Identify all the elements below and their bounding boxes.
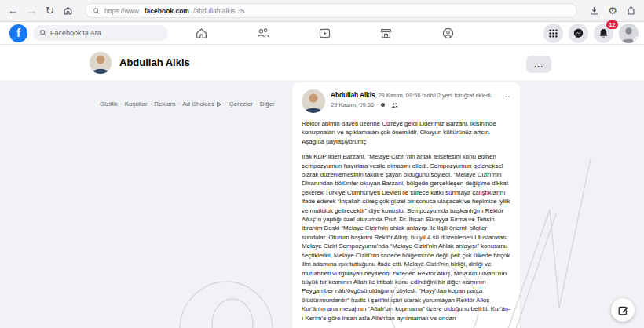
browser-home-icon[interactable] bbox=[63, 5, 73, 16]
post-author-avatar[interactable] bbox=[302, 89, 325, 113]
post-header: Abdullah Alkis, 29 Kasım, 09:56 tarihli … bbox=[302, 89, 510, 113]
separator-dot: · bbox=[376, 101, 379, 108]
url-path: /abdullah.alkis.35 bbox=[193, 7, 245, 15]
footer-link-gizlilik[interactable]: Gizlilik bbox=[100, 100, 118, 108]
post-headline-suffix: , 29 Kasım, 09:56 tarihli 2 yeni fotoğra… bbox=[375, 92, 492, 99]
separator-dot: · bbox=[177, 100, 180, 108]
compose-icon bbox=[617, 304, 629, 316]
post-timestamp[interactable]: 29 Kasım, 09:56 bbox=[331, 101, 374, 108]
messenger-icon bbox=[573, 27, 584, 39]
compose-button[interactable] bbox=[611, 298, 635, 322]
back-icon[interactable]: ← bbox=[8, 5, 18, 16]
groups-nav-icon[interactable] bbox=[434, 27, 462, 40]
reload-icon[interactable]: ↻ bbox=[46, 5, 54, 16]
profile-avatar[interactable] bbox=[90, 52, 112, 74]
profile-header: Abdullah Alkis ... bbox=[0, 45, 644, 80]
post-paragraph: Irak KDP lideri Barzani, “Melaye Ciziri”… bbox=[302, 152, 510, 323]
friends-nav-icon[interactable] bbox=[249, 27, 277, 40]
share-icon[interactable] bbox=[626, 5, 636, 16]
notifications-button[interactable]: 12 bbox=[594, 24, 613, 43]
footer-link-diğer[interactable]: Diğer bbox=[260, 100, 275, 108]
separator-dot: · bbox=[150, 100, 152, 108]
forward-icon[interactable]: → bbox=[27, 5, 37, 16]
address-bar[interactable]: https://www.facebook.com/abdullah.alkis.… bbox=[85, 3, 577, 18]
grid-icon bbox=[548, 28, 558, 38]
marketplace-nav-icon[interactable] bbox=[372, 27, 401, 40]
account-menu-button[interactable]: ▼ bbox=[619, 24, 639, 43]
post-meta: Abdullah Alkis, 29 Kasım, 09:56 tarihli … bbox=[331, 89, 492, 113]
footer-link-koşullar[interactable]: Koşullar bbox=[125, 100, 148, 108]
post-more-button[interactable]: ... bbox=[502, 92, 510, 98]
footer-link-reklam[interactable]: Reklam bbox=[154, 100, 175, 108]
search-icon bbox=[39, 29, 47, 37]
facebook-header: f Facebook'ta Ara 12 bbox=[0, 22, 644, 45]
facebook-nav bbox=[187, 22, 462, 45]
url-scheme: https://www. bbox=[104, 7, 141, 15]
post-text: Rektör abimin daveti üzerine Cizreye gel… bbox=[302, 119, 510, 323]
search-icon bbox=[93, 7, 101, 15]
facebook-logo[interactable]: f bbox=[9, 24, 27, 42]
footer-link-ad-choices[interactable]: Ad Choices bbox=[182, 100, 222, 108]
adchoices-icon bbox=[216, 101, 222, 108]
notification-badge: 12 bbox=[606, 20, 618, 29]
separator-dot: · bbox=[387, 101, 390, 108]
post-card: Abdullah Alkis, 29 Kasım, 09:56 tarihli … bbox=[292, 82, 520, 328]
messenger-button[interactable] bbox=[569, 24, 588, 43]
post-author-name[interactable]: Abdullah Alkis bbox=[331, 91, 375, 99]
profile-more-button[interactable]: ... bbox=[526, 56, 551, 73]
home-nav-icon[interactable] bbox=[187, 27, 215, 40]
clock-icon bbox=[381, 103, 385, 107]
facebook-search-input[interactable]: Facebook'ta Ara bbox=[33, 25, 168, 41]
settings-icon[interactable]: ⚙ bbox=[608, 5, 617, 16]
download-icon[interactable] bbox=[589, 5, 599, 16]
browser-toolbar: ← → ↻ https://www.facebook.com/abdullah.… bbox=[0, 0, 644, 22]
watch-nav-icon[interactable] bbox=[310, 27, 338, 40]
post-headline: Abdullah Alkis, 29 Kasım, 09:56 tarihli … bbox=[331, 91, 492, 99]
header-actions: 12 ▼ bbox=[543, 24, 639, 43]
search-placeholder: Facebook'ta Ara bbox=[50, 29, 101, 37]
url-domain: facebook.com bbox=[145, 7, 189, 15]
footer-link-çerezler[interactable]: Çerezler bbox=[229, 100, 253, 108]
apps-menu-button[interactable] bbox=[543, 24, 563, 43]
separator-dot: · bbox=[120, 100, 123, 108]
profile-name: Abdullah Alkis bbox=[119, 56, 190, 68]
post-subline: 29 Kasım, 09:56 · · bbox=[331, 101, 492, 108]
post-paragraph: Rektör abimin daveti üzerine Cizreye gel… bbox=[302, 119, 510, 146]
bell-icon bbox=[598, 27, 609, 39]
separator-dot: · bbox=[225, 100, 227, 108]
chevron-down-icon: ▼ bbox=[633, 37, 639, 43]
separator-dot: · bbox=[255, 100, 258, 108]
friends-privacy-icon bbox=[391, 102, 398, 108]
page-content: Gizlilik·Koşullar·Reklam·Ad Choices·Çere… bbox=[0, 80, 644, 328]
footer-links: Gizlilik·Koşullar·Reklam·Ad Choices·Çere… bbox=[100, 100, 275, 108]
